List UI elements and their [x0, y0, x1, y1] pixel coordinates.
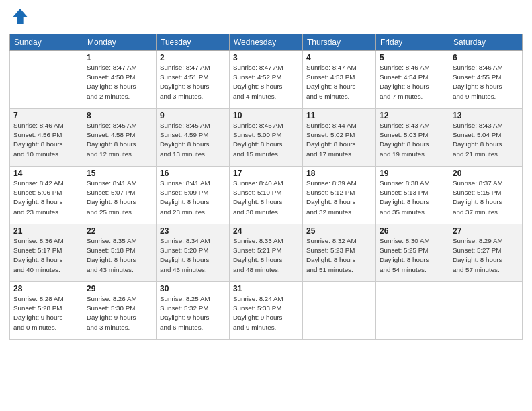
- calendar-cell: 14Sunrise: 8:42 AMSunset: 5:06 PMDayligh…: [10, 167, 83, 224]
- day-number: 30: [160, 284, 226, 293]
- day-number: 17: [233, 169, 299, 178]
- day-number: 23: [160, 226, 226, 236]
- day-info: Sunrise: 8:24 AMSunset: 5:33 PMDaylight:…: [233, 294, 299, 332]
- day-info: Sunrise: 8:32 AMSunset: 5:23 PMDaylight:…: [306, 236, 372, 275]
- day-info: Sunrise: 8:25 AMSunset: 5:32 PMDaylight:…: [160, 294, 226, 332]
- day-info: Sunrise: 8:47 AMSunset: 4:52 PMDaylight:…: [233, 63, 299, 101]
- calendar-cell: 30Sunrise: 8:25 AMSunset: 5:32 PMDayligh…: [157, 282, 230, 340]
- day-number: 9: [160, 111, 226, 120]
- calendar-cell: 5Sunrise: 8:46 AMSunset: 4:54 PMDaylight…: [376, 51, 449, 109]
- calendar-cell: 6Sunrise: 8:46 AMSunset: 4:55 PMDaylight…: [449, 51, 523, 109]
- calendar-cell: 7Sunrise: 8:46 AMSunset: 4:56 PMDaylight…: [10, 109, 83, 167]
- weekday-header-wednesday: Wednesday: [230, 34, 303, 51]
- day-info: Sunrise: 8:46 AMSunset: 4:54 PMDaylight:…: [380, 63, 445, 101]
- calendar-cell: 18Sunrise: 8:39 AMSunset: 5:12 PMDayligh…: [303, 167, 376, 224]
- calendar-cell: 4Sunrise: 8:47 AMSunset: 4:53 PMDaylight…: [303, 51, 376, 109]
- calendar-cell: 26Sunrise: 8:30 AMSunset: 5:25 PMDayligh…: [376, 224, 449, 282]
- calendar-cell: 1Sunrise: 8:47 AMSunset: 4:50 PMDaylight…: [83, 51, 157, 109]
- calendar-cell: 25Sunrise: 8:32 AMSunset: 5:23 PMDayligh…: [303, 224, 376, 282]
- weekday-header-monday: Monday: [83, 34, 157, 51]
- day-number: 25: [306, 226, 372, 236]
- day-number: 18: [306, 169, 372, 178]
- day-number: 6: [453, 53, 519, 62]
- calendar-cell: 27Sunrise: 8:29 AMSunset: 5:27 PMDayligh…: [449, 224, 523, 282]
- day-number: 8: [87, 111, 152, 120]
- day-info: Sunrise: 8:42 AMSunset: 5:06 PMDaylight:…: [13, 179, 79, 217]
- calendar-cell: 12Sunrise: 8:43 AMSunset: 5:03 PMDayligh…: [376, 109, 449, 167]
- day-number: 1: [87, 53, 152, 62]
- calendar-cell: 3Sunrise: 8:47 AMSunset: 4:52 PMDaylight…: [230, 51, 303, 109]
- calendar-cell: 31Sunrise: 8:24 AMSunset: 5:33 PMDayligh…: [230, 282, 303, 340]
- calendar-cell: 22Sunrise: 8:35 AMSunset: 5:18 PMDayligh…: [83, 224, 157, 282]
- day-number: 12: [380, 111, 445, 120]
- day-number: 31: [233, 284, 299, 293]
- svg-marker-0: [13, 9, 28, 24]
- day-info: Sunrise: 8:41 AMSunset: 5:09 PMDaylight:…: [160, 179, 226, 217]
- day-info: Sunrise: 8:36 AMSunset: 5:17 PMDaylight:…: [13, 236, 79, 275]
- calendar-cell: 10Sunrise: 8:45 AMSunset: 5:00 PMDayligh…: [230, 109, 303, 167]
- day-number: 28: [13, 284, 79, 293]
- calendar-cell: 17Sunrise: 8:40 AMSunset: 5:10 PMDayligh…: [230, 167, 303, 224]
- day-number: 24: [233, 226, 299, 236]
- day-info: Sunrise: 8:33 AMSunset: 5:21 PMDaylight:…: [233, 236, 299, 275]
- day-number: 29: [87, 284, 152, 293]
- calendar-cell: 15Sunrise: 8:41 AMSunset: 5:07 PMDayligh…: [83, 167, 157, 224]
- calendar-cell: 20Sunrise: 8:37 AMSunset: 5:15 PMDayligh…: [449, 167, 523, 224]
- day-info: Sunrise: 8:41 AMSunset: 5:07 PMDaylight:…: [87, 179, 152, 217]
- day-info: Sunrise: 8:43 AMSunset: 5:03 PMDaylight:…: [380, 121, 445, 159]
- day-info: Sunrise: 8:46 AMSunset: 4:55 PMDaylight:…: [453, 63, 519, 101]
- calendar-cell: 2Sunrise: 8:47 AMSunset: 4:51 PMDaylight…: [157, 51, 230, 109]
- calendar-week-row: 1Sunrise: 8:47 AMSunset: 4:50 PMDaylight…: [10, 51, 523, 109]
- day-number: 21: [13, 226, 79, 236]
- weekday-header-tuesday: Tuesday: [157, 34, 230, 51]
- day-number: 19: [380, 169, 445, 178]
- weekday-header-row: SundayMondayTuesdayWednesdayThursdayFrid…: [10, 34, 523, 51]
- day-number: 20: [453, 169, 519, 178]
- weekday-header-friday: Friday: [376, 34, 449, 51]
- calendar-cell: 9Sunrise: 8:45 AMSunset: 4:59 PMDaylight…: [157, 109, 230, 167]
- day-info: Sunrise: 8:44 AMSunset: 5:02 PMDaylight:…: [306, 121, 372, 159]
- calendar-week-row: 14Sunrise: 8:42 AMSunset: 5:06 PMDayligh…: [10, 167, 523, 224]
- day-info: Sunrise: 8:39 AMSunset: 5:12 PMDaylight:…: [306, 179, 372, 217]
- day-info: Sunrise: 8:38 AMSunset: 5:13 PMDaylight:…: [380, 179, 445, 217]
- day-info: Sunrise: 8:45 AMSunset: 5:00 PMDaylight:…: [233, 121, 299, 159]
- day-info: Sunrise: 8:34 AMSunset: 5:20 PMDaylight:…: [160, 236, 226, 275]
- calendar-cell: [376, 282, 449, 340]
- day-info: Sunrise: 8:37 AMSunset: 5:15 PMDaylight:…: [453, 179, 519, 217]
- calendar-cell: [303, 282, 376, 340]
- day-info: Sunrise: 8:47 AMSunset: 4:51 PMDaylight:…: [160, 63, 226, 101]
- day-info: Sunrise: 8:26 AMSunset: 5:30 PMDaylight:…: [87, 294, 152, 332]
- day-number: 11: [306, 111, 372, 120]
- calendar-table: SundayMondayTuesdayWednesdayThursdayFrid…: [9, 34, 523, 340]
- day-info: Sunrise: 8:30 AMSunset: 5:25 PMDaylight:…: [380, 236, 445, 275]
- calendar-cell: 8Sunrise: 8:45 AMSunset: 4:58 PMDaylight…: [83, 109, 157, 167]
- logo: [9, 7, 30, 28]
- day-number: 5: [380, 53, 445, 62]
- day-number: 13: [453, 111, 519, 120]
- calendar-cell: 13Sunrise: 8:43 AMSunset: 5:04 PMDayligh…: [449, 109, 523, 167]
- calendar-week-row: 28Sunrise: 8:28 AMSunset: 5:28 PMDayligh…: [10, 282, 523, 340]
- day-number: 15: [87, 169, 152, 178]
- day-info: Sunrise: 8:35 AMSunset: 5:18 PMDaylight:…: [87, 236, 152, 275]
- calendar-cell: [10, 51, 83, 109]
- weekday-header-sunday: Sunday: [10, 34, 83, 51]
- day-number: 7: [13, 111, 79, 120]
- day-info: Sunrise: 8:29 AMSunset: 5:27 PMDaylight:…: [453, 236, 519, 275]
- day-number: 10: [233, 111, 299, 120]
- day-info: Sunrise: 8:43 AMSunset: 5:04 PMDaylight:…: [453, 121, 519, 159]
- calendar-cell: 28Sunrise: 8:28 AMSunset: 5:28 PMDayligh…: [10, 282, 83, 340]
- weekday-header-saturday: Saturday: [449, 34, 523, 51]
- day-number: 14: [13, 169, 79, 178]
- day-info: Sunrise: 8:45 AMSunset: 4:58 PMDaylight:…: [87, 121, 152, 159]
- logo-icon: [11, 7, 30, 26]
- calendar-cell: 24Sunrise: 8:33 AMSunset: 5:21 PMDayligh…: [230, 224, 303, 282]
- day-number: 26: [380, 226, 445, 236]
- day-info: Sunrise: 8:40 AMSunset: 5:10 PMDaylight:…: [233, 179, 299, 217]
- calendar-cell: 23Sunrise: 8:34 AMSunset: 5:20 PMDayligh…: [157, 224, 230, 282]
- calendar-cell: [449, 282, 523, 340]
- calendar-week-row: 7Sunrise: 8:46 AMSunset: 4:56 PMDaylight…: [10, 109, 523, 167]
- calendar-cell: 11Sunrise: 8:44 AMSunset: 5:02 PMDayligh…: [303, 109, 376, 167]
- day-number: 4: [306, 53, 372, 62]
- calendar-week-row: 21Sunrise: 8:36 AMSunset: 5:17 PMDayligh…: [10, 224, 523, 282]
- day-info: Sunrise: 8:28 AMSunset: 5:28 PMDaylight:…: [13, 294, 79, 332]
